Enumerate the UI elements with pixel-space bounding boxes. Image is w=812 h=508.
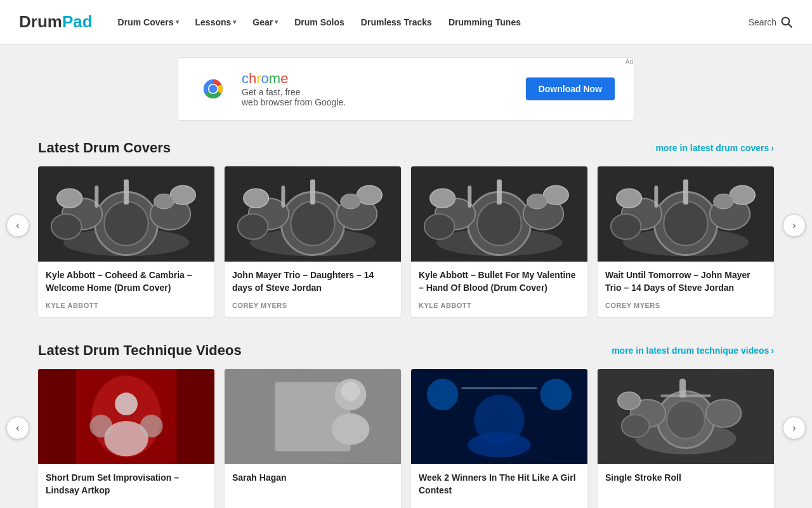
ad-banner-wrap: chrome Get a fast, freeweb browser from … bbox=[178, 57, 634, 121]
svg-point-48 bbox=[611, 214, 641, 239]
svg-rect-56 bbox=[176, 370, 214, 464]
drum-technique-cards-row: Short Drum Set Improvisation – Lindsay A… bbox=[38, 369, 774, 508]
svg-point-21 bbox=[291, 201, 335, 246]
card[interactable]: John Mayer Trio – Daughters – 14 days of… bbox=[225, 166, 401, 317]
svg-point-12 bbox=[51, 214, 82, 239]
svg-point-70 bbox=[540, 379, 572, 411]
nav-drum-covers[interactable]: Drum Covers ▾ bbox=[112, 12, 185, 32]
drum-covers-next-arrow[interactable]: › bbox=[783, 214, 806, 237]
svg-point-39 bbox=[527, 194, 547, 209]
svg-rect-82 bbox=[679, 379, 686, 398]
svg-point-15 bbox=[154, 194, 174, 209]
card-title: Short Drum Set Improvisation – Lindsay A… bbox=[46, 472, 207, 497]
chevron-right-icon: › bbox=[771, 345, 774, 356]
card-body: Short Drum Set Improvisation – Lindsay A… bbox=[38, 464, 214, 508]
svg-line-1 bbox=[789, 23, 792, 27]
svg-point-79 bbox=[622, 415, 650, 438]
drum-covers-more-link[interactable]: more in latest drum covers › bbox=[655, 143, 774, 153]
card-title: Single Stroke Roll bbox=[605, 472, 766, 485]
card-thumbnail bbox=[225, 369, 401, 464]
svg-point-71 bbox=[468, 432, 530, 458]
card-title: Kyle Abbott – Coheed & Cambria – Welcome… bbox=[46, 269, 207, 294]
card-body: Single Stroke Roll bbox=[598, 464, 774, 500]
card-thumbnail bbox=[225, 166, 401, 262]
card-body: Sarah Hagan bbox=[225, 464, 401, 500]
search-icon bbox=[780, 16, 793, 29]
svg-rect-55 bbox=[38, 370, 76, 464]
drum-technique-section: Latest Drum Technique Videos more in lat… bbox=[38, 342, 774, 508]
chrome-logo-icon bbox=[197, 73, 229, 105]
drum-visual bbox=[225, 166, 401, 262]
svg-point-80 bbox=[618, 392, 641, 410]
drum-visual bbox=[598, 166, 774, 262]
card[interactable]: Week 2 Winners In The Hit Like A Girl Co… bbox=[411, 369, 587, 508]
ad-label: Ad bbox=[625, 58, 633, 65]
drum-visual bbox=[38, 369, 214, 464]
card[interactable]: Short Drum Set Improvisation – Lindsay A… bbox=[38, 369, 214, 508]
chevron-down-icon: ▾ bbox=[275, 18, 278, 25]
drum-visual bbox=[225, 369, 401, 464]
search-area[interactable]: Search bbox=[749, 16, 793, 29]
drum-visual bbox=[38, 166, 214, 262]
svg-point-78 bbox=[706, 399, 742, 427]
chevron-down-icon: ▾ bbox=[233, 18, 236, 25]
logo-pad: Pad bbox=[62, 12, 93, 31]
ad-tagline: Get a fast, freeweb browser from Google. bbox=[242, 87, 513, 107]
card[interactable]: Wait Until Tomorrow – John Mayer Trio – … bbox=[598, 166, 774, 317]
svg-point-60 bbox=[89, 415, 112, 438]
card-author: KYLE ABBOTT bbox=[46, 302, 207, 309]
svg-rect-41 bbox=[468, 185, 471, 208]
nav-gear[interactable]: Gear ▾ bbox=[246, 12, 284, 32]
svg-rect-28 bbox=[310, 179, 315, 204]
drum-technique-header: Latest Drum Technique Videos more in lat… bbox=[38, 342, 774, 359]
card-title: Week 2 Winners In The Hit Like A Girl Co… bbox=[419, 472, 580, 497]
card-thumbnail bbox=[411, 369, 587, 464]
svg-rect-53 bbox=[654, 185, 658, 208]
nav-drum-solos[interactable]: Drum Solos bbox=[288, 12, 351, 32]
card-thumbnail bbox=[598, 166, 774, 262]
svg-point-37 bbox=[430, 189, 455, 208]
card-thumbnail bbox=[38, 166, 214, 262]
ad-brand: chrome bbox=[242, 70, 513, 87]
drum-technique-next-arrow[interactable]: › bbox=[783, 417, 806, 439]
svg-rect-17 bbox=[95, 185, 98, 208]
nav-drumming-tunes[interactable]: Drumming Tunes bbox=[442, 12, 527, 32]
nav-lessons[interactable]: Lessons ▾ bbox=[189, 12, 243, 32]
card[interactable]: Kyle Abbott – Bullet For My Valentine – … bbox=[411, 166, 587, 317]
svg-point-49 bbox=[617, 189, 642, 208]
drum-covers-cards-container: ‹ Kyle Abbott – Coheed & Cambria – Welco… bbox=[38, 166, 774, 317]
nav-drumless-tracks[interactable]: Drumless Tracks bbox=[355, 12, 438, 32]
card[interactable]: Single Stroke Roll bbox=[598, 369, 774, 508]
card-body: Wait Until Tomorrow – John Mayer Trio – … bbox=[598, 262, 774, 317]
ad-text: chrome Get a fast, freeweb browser from … bbox=[242, 70, 513, 107]
card-author: COREY MYERS bbox=[232, 302, 393, 309]
card-title: John Mayer Trio – Daughters – 14 days of… bbox=[232, 269, 393, 294]
site-logo[interactable]: DrumPad bbox=[19, 12, 93, 32]
drum-technique-title: Latest Drum Technique Videos bbox=[38, 342, 242, 359]
drum-visual bbox=[411, 166, 587, 262]
drum-covers-section: Latest Drum Covers more in latest drum c… bbox=[38, 140, 774, 317]
svg-point-13 bbox=[57, 189, 82, 208]
svg-rect-52 bbox=[683, 179, 688, 204]
card-author: KYLE ABBOTT bbox=[419, 302, 580, 309]
card[interactable]: Kyle Abbott – Coheed & Cambria – Welcome… bbox=[38, 166, 214, 317]
card-title: Sarah Hagan bbox=[232, 472, 393, 485]
card-body: Kyle Abbott – Coheed & Cambria – Welcome… bbox=[38, 262, 214, 317]
svg-point-0 bbox=[782, 17, 790, 25]
drum-technique-prev-arrow[interactable]: ‹ bbox=[6, 417, 29, 439]
card[interactable]: Sarah Hagan bbox=[225, 369, 401, 508]
download-button[interactable]: Download Now bbox=[526, 77, 615, 100]
main-nav: Drum Covers ▾ Lessons ▾ Gear ▾ Drum Solo… bbox=[112, 12, 749, 32]
drum-visual bbox=[411, 369, 587, 464]
svg-point-76 bbox=[667, 401, 705, 439]
svg-point-25 bbox=[244, 189, 269, 208]
drum-technique-more-link[interactable]: more in latest drum technique videos › bbox=[612, 345, 774, 356]
svg-point-36 bbox=[424, 214, 455, 239]
card-author: COREY MYERS bbox=[605, 302, 766, 309]
svg-rect-29 bbox=[281, 185, 285, 208]
card-body: Kyle Abbott – Bullet For My Valentine – … bbox=[411, 262, 587, 317]
svg-point-66 bbox=[341, 382, 360, 401]
svg-point-45 bbox=[664, 201, 708, 246]
card-thumbnail bbox=[411, 166, 587, 262]
drum-covers-prev-arrow[interactable]: ‹ bbox=[6, 214, 29, 237]
